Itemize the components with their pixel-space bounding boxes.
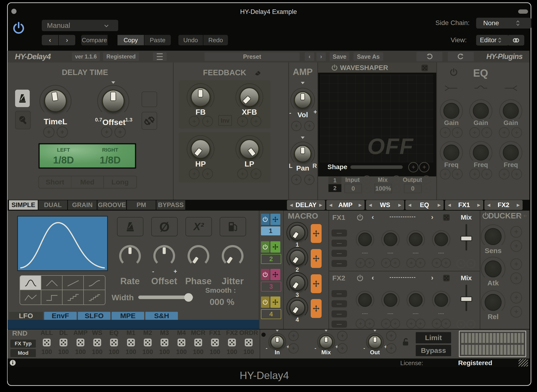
fx1-param2-knob[interactable] (381, 230, 400, 249)
fx1-param3-knob[interactable] (406, 230, 425, 249)
lfo-tab-sh[interactable]: S&H (145, 312, 178, 320)
xfb-mod-plus[interactable] (237, 116, 248, 127)
fb-invert-button[interactable]: Inv (218, 115, 232, 126)
fx1-mod-plus[interactable] (390, 258, 400, 268)
timel-mod-plus[interactable] (43, 126, 55, 138)
fx1-slot-button[interactable]: ---- (331, 260, 347, 267)
ducker-rel-plus[interactable] (510, 306, 522, 318)
rnd-value[interactable]: 100 (108, 349, 119, 355)
macro3-knob[interactable] (287, 272, 308, 294)
master-out-knob[interactable] (366, 333, 384, 351)
fx1-next-icon[interactable]: › (431, 213, 433, 221)
dice-icon[interactable] (211, 338, 219, 347)
fb-knob[interactable] (187, 83, 214, 111)
dice-icon[interactable] (93, 338, 102, 347)
mod1-select-button[interactable]: 1 (261, 226, 280, 235)
eq-freq-plus[interactable] (452, 169, 463, 179)
mod3-power-button[interactable] (261, 269, 269, 280)
macro2-drag-button[interactable] (311, 249, 322, 268)
fx2-mod-plus[interactable] (365, 319, 375, 329)
xfb-mod-plus[interactable] (250, 116, 261, 127)
preset-prev-button[interactable]: ‹ (42, 35, 58, 45)
dice-icon[interactable] (227, 338, 236, 347)
lfo-offset-knob[interactable] (153, 245, 175, 267)
next-arrow-icon[interactable]: ▶ (359, 203, 362, 208)
mix-mod-plus[interactable] (337, 331, 348, 341)
lfo-waveform-display[interactable] (17, 216, 108, 271)
ws-output-plus[interactable] (422, 184, 431, 193)
mod4-power-button[interactable] (261, 296, 269, 308)
rnd-fxtyp-button[interactable]: FX Typ (10, 340, 36, 348)
rnd-value[interactable]: 100 (243, 349, 254, 355)
in-mod-plus[interactable] (288, 343, 299, 354)
ducker-rel-plus[interactable] (510, 292, 522, 303)
copy-button[interactable]: Copy (118, 35, 144, 45)
mod1-power-button[interactable] (261, 214, 269, 225)
preset-forward-button[interactable]: › (316, 52, 326, 61)
wave-sine-button[interactable] (19, 275, 42, 291)
ws-output-plus[interactable] (422, 176, 431, 184)
rnd-value[interactable]: 100 (193, 349, 203, 355)
fx2-mod-plus[interactable] (432, 319, 442, 329)
shape-mod-plus[interactable] (419, 162, 429, 173)
lfo-phase-invert-button[interactable]: Ø (151, 217, 178, 236)
nav-delay[interactable]: ◀DELAY▶ (287, 200, 325, 210)
dice-icon[interactable] (109, 338, 118, 347)
fb-lp-knob[interactable] (236, 135, 263, 163)
fx2-param2-knob[interactable] (381, 291, 400, 309)
rnd-value[interactable]: 100 (226, 349, 237, 355)
fx1-prev-icon[interactable]: ‹ (372, 213, 374, 221)
window-close-button[interactable] (11, 9, 17, 14)
fx2-name[interactable]: ------------ (390, 274, 416, 280)
master-in-knob[interactable] (268, 333, 286, 351)
ducker-sens-plus[interactable] (510, 240, 522, 252)
fx2-slot-button[interactable]: ---- (331, 321, 347, 328)
wave-random-button[interactable] (19, 290, 42, 305)
eq-freq-plus[interactable] (469, 169, 480, 179)
macro1-drag-button[interactable] (311, 224, 322, 243)
fx2-param4-knob[interactable] (432, 291, 450, 309)
fx2-slot-button[interactable]: ---- (331, 300, 347, 307)
fx1-param4-knob[interactable] (432, 230, 450, 249)
ws-output-field[interactable]: 0 (404, 184, 422, 193)
tab-grain[interactable]: GRAIN (68, 200, 97, 210)
fx2-dice-icon[interactable] (443, 274, 450, 282)
lfo-width-handle[interactable] (184, 293, 193, 302)
nav-ws[interactable]: ◀WS▶ (366, 200, 404, 210)
info-icon[interactable] (9, 359, 16, 366)
fx2-mod-plus[interactable] (441, 319, 451, 329)
fx1-mix-plus[interactable] (457, 259, 466, 268)
eq-band3-freq-knob[interactable] (499, 141, 522, 164)
ducker-atk-knob[interactable] (481, 257, 505, 281)
next-arrow-icon[interactable]: ▶ (477, 203, 480, 208)
ws-mix-field[interactable]: 100% (374, 184, 392, 193)
dice-icon[interactable] (177, 338, 186, 347)
master-mix-knob[interactable] (317, 333, 335, 351)
window-menu-pill[interactable] (518, 9, 528, 14)
rnd-value[interactable]: 100 (126, 349, 136, 355)
rnd-value[interactable]: 100 (58, 349, 69, 355)
sync-mode-button[interactable] (15, 90, 30, 107)
paste-button[interactable]: Paste (144, 35, 171, 45)
out-mod-plus[interactable] (386, 343, 396, 354)
eq-gain-plus[interactable] (481, 127, 492, 138)
fx2-next-icon[interactable]: › (431, 274, 433, 282)
fx1-mod-plus[interactable] (406, 258, 416, 268)
link-view-button[interactable] (508, 35, 524, 46)
view-select[interactable]: Editor (476, 35, 509, 46)
pan-knob[interactable] (290, 141, 315, 166)
mod3-drag-button[interactable] (270, 269, 280, 280)
macro1-knob[interactable] (287, 222, 308, 244)
ducker-sens-plus[interactable] (510, 226, 522, 238)
plugin-power-button[interactable] (12, 17, 25, 39)
ws-route-2-button[interactable]: 2 (328, 184, 341, 192)
rnd-value[interactable]: 100 (176, 349, 187, 355)
lp-mod-plus[interactable] (237, 168, 248, 179)
prev-arrow-icon[interactable]: ◀ (408, 203, 411, 208)
macro4-knob[interactable] (287, 297, 308, 319)
rnd-value[interactable]: 100 (159, 349, 170, 355)
shape-mod-plus[interactable] (408, 162, 419, 173)
ducker-sens-knob[interactable] (481, 224, 505, 249)
undo-button[interactable]: Undo (178, 35, 203, 45)
lfo-tab-mpe[interactable]: MPE (112, 312, 144, 320)
